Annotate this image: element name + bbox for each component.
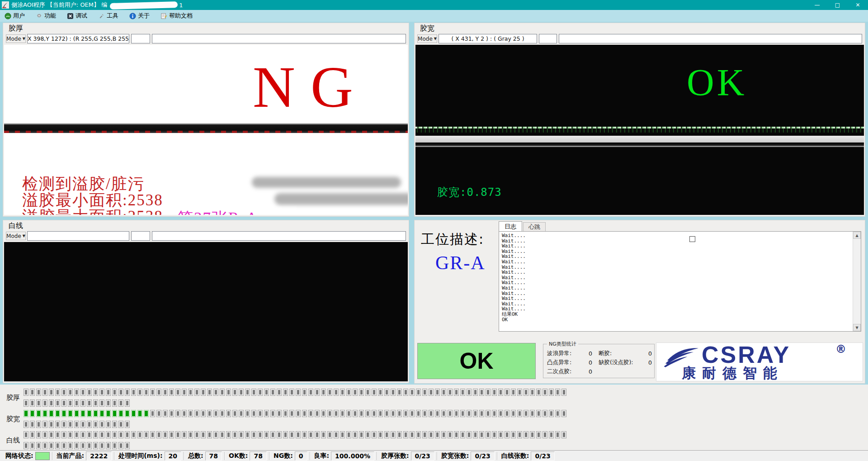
indicator-square [302, 389, 307, 396]
thickness-aux-field [131, 34, 150, 43]
close-button[interactable]: ✕ [848, 0, 868, 10]
indicator-square [106, 399, 111, 407]
width-image[interactable]: OK 胶宽:0.873 [415, 45, 864, 215]
whiteline-mode-dropdown[interactable]: Mode▼ [6, 232, 26, 240]
redaction-smudge [252, 177, 401, 188]
chevron-down-icon: ▼ [23, 234, 25, 238]
status-divider [184, 452, 184, 460]
indicator-square [473, 410, 478, 417]
status-label: 胶宽张数: [441, 452, 469, 460]
menu-item-1[interactable]: 用户 [5, 12, 25, 20]
minimize-button[interactable]: — [807, 0, 827, 10]
indicator-square [169, 389, 174, 396]
indicator-square [346, 431, 351, 438]
ng-stat-label: 缺胶(没点胶): [599, 359, 633, 366]
indicator-square [188, 389, 193, 396]
indicator-square [302, 410, 307, 417]
indicator-square [498, 410, 503, 417]
indicator-square [156, 389, 161, 396]
menu-item-4[interactable]: 工具 [98, 12, 118, 20]
indicator-area: 胶厚胶宽白线 [0, 385, 868, 450]
tab-log[interactable]: 日志 [499, 221, 522, 231]
indicator-square [448, 431, 453, 438]
about-icon [129, 13, 136, 19]
indicator-square [251, 389, 256, 396]
indicator-square [36, 442, 41, 449]
tab-heartbeat[interactable]: 心跳 [523, 222, 546, 231]
indicator-square [226, 431, 231, 438]
indicator-square [61, 399, 66, 407]
ng-stat-label: 二次点胶: [547, 368, 571, 375]
whiteline-image[interactable] [4, 242, 408, 381]
indicator-square [340, 410, 345, 417]
indicator-square [106, 410, 111, 417]
indicator-square [169, 410, 174, 417]
menu-item-5[interactable]: 关于 [129, 12, 150, 20]
indicator-square [201, 410, 206, 417]
indicator-square [87, 421, 92, 428]
indicator-square [118, 442, 123, 449]
indicator-square [397, 389, 402, 396]
indicator-square [378, 410, 383, 417]
ng-stat-value: 0 [648, 350, 652, 357]
log-checkbox[interactable] [689, 236, 695, 242]
indicator-square [492, 389, 497, 396]
scroll-up-icon[interactable]: ▲ [853, 232, 861, 239]
indicator-square [74, 421, 79, 428]
scroll-down-icon[interactable]: ▼ [853, 324, 861, 331]
indicator-square [353, 389, 358, 396]
width-status-field [559, 34, 862, 43]
indicator-square [42, 389, 47, 396]
menu-item-3[interactable]: 调试 [67, 12, 87, 20]
user-icon [5, 13, 11, 19]
indicator-square [308, 410, 313, 417]
maximize-button[interactable]: □ [827, 0, 848, 10]
log-content[interactable]: Wait.... Wait.... Wait.... Wait.... Wait… [499, 231, 861, 332]
status-divider [224, 452, 225, 460]
indicator-square [289, 410, 294, 417]
ng-stat-value: 0 [589, 359, 592, 366]
status-label: 当前产品: [57, 452, 85, 460]
indicator-square [372, 431, 377, 438]
indicator-square [517, 431, 522, 438]
indicator-square [429, 410, 434, 417]
indicator-square [68, 421, 73, 428]
indicator-square [315, 389, 320, 396]
whiteline-pixel-readout [27, 231, 129, 241]
indicator-square [42, 399, 47, 407]
menu-item-6[interactable]: 帮助文档 [160, 12, 193, 20]
log-scrollbar[interactable]: ▲ ▼ [853, 232, 861, 331]
indicator-square [163, 410, 168, 417]
status-value: 78 [205, 451, 222, 461]
width-mode-dropdown[interactable]: Mode▼ [417, 34, 437, 43]
indicator-square [245, 431, 250, 438]
indicator-square [112, 442, 117, 449]
indicator-square [74, 410, 79, 417]
indicator-square [144, 389, 149, 396]
status-divider [269, 452, 269, 460]
indicator-square [511, 389, 516, 396]
ng-stat-row: 二次点胶:0 [547, 367, 592, 376]
indicator-square [473, 389, 478, 396]
indicator-square [416, 410, 421, 417]
width-panel-title: 胶宽 [420, 24, 434, 33]
app-icon [2, 1, 9, 9]
indicator-square [125, 442, 130, 449]
indicator-square [42, 421, 47, 428]
indicator-square [226, 389, 231, 396]
indicator-square [536, 389, 541, 396]
indicator-square [359, 431, 364, 438]
indicator-square [24, 421, 28, 428]
wrench-icon [98, 13, 105, 19]
thickness-image[interactable]: NG 检测到溢胶/脏污 溢胶最小面积:2538 溢胶最大面积:2538 第37张… [4, 45, 408, 215]
status-value: 100.000% [331, 451, 374, 461]
indicator-square [24, 399, 28, 407]
indicator-square [264, 410, 269, 417]
menu-item-2[interactable]: 功能 [36, 12, 56, 20]
indicator-square [24, 442, 28, 449]
thickness-mode-row: Mode▼ (X 398,Y 1272) : (R 255,G 255,B 25… [4, 34, 408, 44]
indicator-square [30, 431, 35, 438]
thickness-mode-dropdown[interactable]: Mode▼ [6, 34, 26, 43]
status-label: 网络状态: [5, 452, 33, 460]
chevron-down-icon: ▼ [434, 37, 437, 41]
